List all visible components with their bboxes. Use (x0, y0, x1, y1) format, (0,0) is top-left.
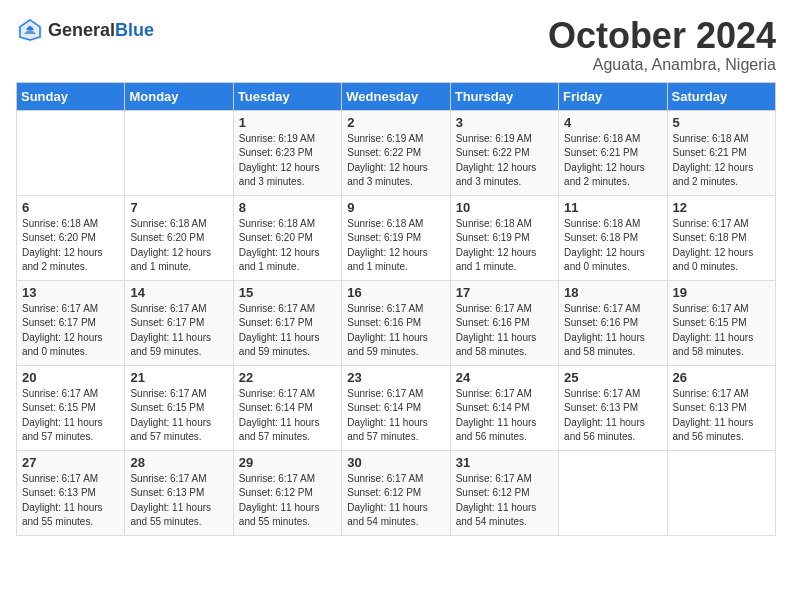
calendar-cell (125, 110, 233, 195)
calendar-cell: 13Sunrise: 6:17 AM Sunset: 6:17 PM Dayli… (17, 280, 125, 365)
calendar-cell: 14Sunrise: 6:17 AM Sunset: 6:17 PM Dayli… (125, 280, 233, 365)
calendar-cell: 10Sunrise: 6:18 AM Sunset: 6:19 PM Dayli… (450, 195, 558, 280)
calendar-cell: 27Sunrise: 6:17 AM Sunset: 6:13 PM Dayli… (17, 450, 125, 535)
day-number: 27 (22, 455, 119, 470)
calendar-cell: 23Sunrise: 6:17 AM Sunset: 6:14 PM Dayli… (342, 365, 450, 450)
day-number: 23 (347, 370, 444, 385)
logo-text: GeneralBlue (48, 20, 154, 41)
cell-content: Sunrise: 6:18 AM Sunset: 6:20 PM Dayligh… (239, 217, 336, 275)
calendar-cell: 29Sunrise: 6:17 AM Sunset: 6:12 PM Dayli… (233, 450, 341, 535)
logo: GeneralBlue (16, 16, 154, 44)
cell-content: Sunrise: 6:17 AM Sunset: 6:17 PM Dayligh… (239, 302, 336, 360)
cell-content: Sunrise: 6:17 AM Sunset: 6:13 PM Dayligh… (22, 472, 119, 530)
calendar-cell: 28Sunrise: 6:17 AM Sunset: 6:13 PM Dayli… (125, 450, 233, 535)
calendar-cell: 18Sunrise: 6:17 AM Sunset: 6:16 PM Dayli… (559, 280, 667, 365)
day-number: 3 (456, 115, 553, 130)
cell-content: Sunrise: 6:17 AM Sunset: 6:18 PM Dayligh… (673, 217, 770, 275)
calendar-cell: 16Sunrise: 6:17 AM Sunset: 6:16 PM Dayli… (342, 280, 450, 365)
day-number: 31 (456, 455, 553, 470)
day-number: 16 (347, 285, 444, 300)
location-title: Aguata, Anambra, Nigeria (548, 56, 776, 74)
cell-content: Sunrise: 6:17 AM Sunset: 6:13 PM Dayligh… (673, 387, 770, 445)
calendar-cell: 3Sunrise: 6:19 AM Sunset: 6:22 PM Daylig… (450, 110, 558, 195)
week-row-3: 13Sunrise: 6:17 AM Sunset: 6:17 PM Dayli… (17, 280, 776, 365)
day-number: 11 (564, 200, 661, 215)
calendar-cell (17, 110, 125, 195)
cell-content: Sunrise: 6:18 AM Sunset: 6:21 PM Dayligh… (564, 132, 661, 190)
header-day-thursday: Thursday (450, 82, 558, 110)
calendar-cell: 30Sunrise: 6:17 AM Sunset: 6:12 PM Dayli… (342, 450, 450, 535)
day-number: 24 (456, 370, 553, 385)
calendar-cell: 4Sunrise: 6:18 AM Sunset: 6:21 PM Daylig… (559, 110, 667, 195)
day-number: 15 (239, 285, 336, 300)
header-day-tuesday: Tuesday (233, 82, 341, 110)
cell-content: Sunrise: 6:17 AM Sunset: 6:17 PM Dayligh… (130, 302, 227, 360)
calendar-cell: 7Sunrise: 6:18 AM Sunset: 6:20 PM Daylig… (125, 195, 233, 280)
calendar-cell: 9Sunrise: 6:18 AM Sunset: 6:19 PM Daylig… (342, 195, 450, 280)
calendar-cell: 5Sunrise: 6:18 AM Sunset: 6:21 PM Daylig… (667, 110, 775, 195)
cell-content: Sunrise: 6:17 AM Sunset: 6:12 PM Dayligh… (347, 472, 444, 530)
cell-content: Sunrise: 6:19 AM Sunset: 6:22 PM Dayligh… (456, 132, 553, 190)
cell-content: Sunrise: 6:17 AM Sunset: 6:15 PM Dayligh… (130, 387, 227, 445)
day-number: 14 (130, 285, 227, 300)
day-number: 5 (673, 115, 770, 130)
cell-content: Sunrise: 6:19 AM Sunset: 6:23 PM Dayligh… (239, 132, 336, 190)
cell-content: Sunrise: 6:18 AM Sunset: 6:20 PM Dayligh… (130, 217, 227, 275)
title-area: October 2024 Aguata, Anambra, Nigeria (548, 16, 776, 74)
calendar-cell: 12Sunrise: 6:17 AM Sunset: 6:18 PM Dayli… (667, 195, 775, 280)
day-number: 20 (22, 370, 119, 385)
calendar-cell (667, 450, 775, 535)
calendar-table: SundayMondayTuesdayWednesdayThursdayFrid… (16, 82, 776, 536)
calendar-cell: 26Sunrise: 6:17 AM Sunset: 6:13 PM Dayli… (667, 365, 775, 450)
cell-content: Sunrise: 6:17 AM Sunset: 6:15 PM Dayligh… (673, 302, 770, 360)
calendar-cell: 21Sunrise: 6:17 AM Sunset: 6:15 PM Dayli… (125, 365, 233, 450)
week-row-4: 20Sunrise: 6:17 AM Sunset: 6:15 PM Dayli… (17, 365, 776, 450)
calendar-cell: 1Sunrise: 6:19 AM Sunset: 6:23 PM Daylig… (233, 110, 341, 195)
calendar-cell (559, 450, 667, 535)
day-number: 28 (130, 455, 227, 470)
cell-content: Sunrise: 6:18 AM Sunset: 6:21 PM Dayligh… (673, 132, 770, 190)
cell-content: Sunrise: 6:17 AM Sunset: 6:16 PM Dayligh… (347, 302, 444, 360)
day-number: 18 (564, 285, 661, 300)
week-row-2: 6Sunrise: 6:18 AM Sunset: 6:20 PM Daylig… (17, 195, 776, 280)
cell-content: Sunrise: 6:18 AM Sunset: 6:19 PM Dayligh… (456, 217, 553, 275)
day-number: 22 (239, 370, 336, 385)
day-number: 13 (22, 285, 119, 300)
cell-content: Sunrise: 6:17 AM Sunset: 6:16 PM Dayligh… (564, 302, 661, 360)
day-number: 30 (347, 455, 444, 470)
calendar-cell: 25Sunrise: 6:17 AM Sunset: 6:13 PM Dayli… (559, 365, 667, 450)
calendar-cell: 15Sunrise: 6:17 AM Sunset: 6:17 PM Dayli… (233, 280, 341, 365)
day-number: 29 (239, 455, 336, 470)
day-number: 9 (347, 200, 444, 215)
cell-content: Sunrise: 6:18 AM Sunset: 6:18 PM Dayligh… (564, 217, 661, 275)
day-number: 21 (130, 370, 227, 385)
cell-content: Sunrise: 6:17 AM Sunset: 6:16 PM Dayligh… (456, 302, 553, 360)
header-day-wednesday: Wednesday (342, 82, 450, 110)
day-number: 19 (673, 285, 770, 300)
day-number: 25 (564, 370, 661, 385)
cell-content: Sunrise: 6:19 AM Sunset: 6:22 PM Dayligh… (347, 132, 444, 190)
cell-content: Sunrise: 6:18 AM Sunset: 6:19 PM Dayligh… (347, 217, 444, 275)
cell-content: Sunrise: 6:17 AM Sunset: 6:14 PM Dayligh… (239, 387, 336, 445)
calendar-cell: 24Sunrise: 6:17 AM Sunset: 6:14 PM Dayli… (450, 365, 558, 450)
header-day-friday: Friday (559, 82, 667, 110)
calendar-cell: 22Sunrise: 6:17 AM Sunset: 6:14 PM Dayli… (233, 365, 341, 450)
page-header: GeneralBlue October 2024 Aguata, Anambra… (16, 16, 776, 74)
calendar-cell: 20Sunrise: 6:17 AM Sunset: 6:15 PM Dayli… (17, 365, 125, 450)
day-number: 8 (239, 200, 336, 215)
cell-content: Sunrise: 6:18 AM Sunset: 6:20 PM Dayligh… (22, 217, 119, 275)
calendar-cell: 6Sunrise: 6:18 AM Sunset: 6:20 PM Daylig… (17, 195, 125, 280)
header-day-monday: Monday (125, 82, 233, 110)
day-number: 17 (456, 285, 553, 300)
week-row-1: 1Sunrise: 6:19 AM Sunset: 6:23 PM Daylig… (17, 110, 776, 195)
header-day-saturday: Saturday (667, 82, 775, 110)
day-number: 2 (347, 115, 444, 130)
calendar-cell: 8Sunrise: 6:18 AM Sunset: 6:20 PM Daylig… (233, 195, 341, 280)
cell-content: Sunrise: 6:17 AM Sunset: 6:14 PM Dayligh… (347, 387, 444, 445)
cell-content: Sunrise: 6:17 AM Sunset: 6:17 PM Dayligh… (22, 302, 119, 360)
calendar-cell: 2Sunrise: 6:19 AM Sunset: 6:22 PM Daylig… (342, 110, 450, 195)
header-row: SundayMondayTuesdayWednesdayThursdayFrid… (17, 82, 776, 110)
day-number: 12 (673, 200, 770, 215)
cell-content: Sunrise: 6:17 AM Sunset: 6:13 PM Dayligh… (564, 387, 661, 445)
calendar-cell: 19Sunrise: 6:17 AM Sunset: 6:15 PM Dayli… (667, 280, 775, 365)
